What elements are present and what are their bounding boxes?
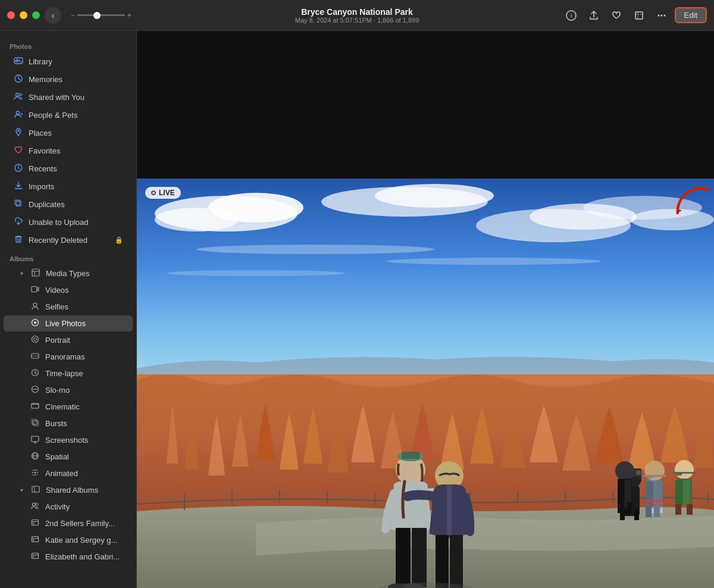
svg-point-11 [17,111,20,114]
recently-deleted-icon [13,234,24,246]
sellers-family-icon [30,518,40,528]
cinematic-icon [30,402,40,412]
svg-rect-33 [33,404,35,405]
sidebar-item-sellers-family[interactable]: 2nd Sellers Family... [4,515,133,531]
svg-rect-32 [32,404,33,405]
maximize-button[interactable] [32,11,40,19]
close-button[interactable] [7,11,15,19]
favorite-button[interactable] [607,6,626,25]
selfies-icon [30,302,40,312]
svg-point-30 [36,389,37,390]
sidebar-item-people-pets[interactable]: People & Pets [4,107,133,124]
expand-icon: ▾ [20,270,23,277]
sidebar-item-places[interactable]: Places [4,124,133,142]
svg-point-23 [34,338,37,341]
svg-point-65 [387,258,601,265]
sidebar-item-shared-albums[interactable]: ▾ Shared Albums [4,482,133,498]
sellers-family-label: 2nd Sellers Family... [45,519,123,528]
duplicates-label: Duplicates [29,200,123,209]
sidebar-item-recents[interactable]: Recents [4,160,133,177]
videos-icon [30,285,40,295]
sidebar-item-live-photos[interactable]: Live Photos [4,315,133,331]
sidebar-item-cinematic[interactable]: Cinematic [4,399,133,415]
sidebar-item-imports[interactable]: Imports [4,178,133,195]
sidebar-item-panoramas[interactable]: Panoramas [4,349,133,365]
svg-rect-100 [646,499,663,502]
media-types-label: Media Types [46,269,123,278]
svg-point-59 [375,184,494,208]
back-button[interactable]: ‹ [45,7,61,24]
svg-rect-116 [396,528,411,587]
svg-point-43 [32,472,33,473]
svg-rect-16 [16,237,21,242]
zoom-slider[interactable] [77,14,125,16]
svg-rect-117 [412,528,427,587]
svg-point-26 [35,372,36,373]
sidebar-item-screenshots[interactable]: Screenshots [4,432,133,448]
svg-rect-109 [618,502,622,513]
svg-rect-17 [32,269,39,276]
crop-button[interactable] [630,6,649,25]
duplicates-icon [13,199,24,210]
panoramas-icon [30,352,40,362]
titlebar-center: Bryce Canyon National Park May 8, 2024 a… [295,7,419,24]
svg-point-53 [33,556,35,558]
share-button[interactable] [584,6,603,25]
sidebar-item-activity[interactable]: Activity [4,499,133,515]
selfies-label: Selfies [45,302,123,311]
photo-svg [137,179,714,588]
sidebar-item-animated[interactable]: Animated [4,465,133,481]
live-photos-label: Live Photos [45,319,123,328]
svg-text:i: i [570,12,571,19]
live-photos-icon [30,318,40,329]
sidebar-item-spatial[interactable]: Spatial [4,449,133,465]
places-icon [13,127,24,139]
recents-icon [13,163,24,174]
sidebar-item-selfies[interactable]: Selfies [4,299,133,315]
live-badge-label: LIVE [159,189,175,197]
shared-albums-label: Shared Albums [46,486,123,495]
portrait-icon [30,335,40,345]
sidebar-item-unable-to-upload[interactable]: Unable to Upload [4,214,133,231]
svg-rect-121 [450,535,463,588]
shared-albums-icon [30,485,41,495]
more-button[interactable] [652,6,671,25]
katie-sergey-icon [30,535,40,545]
svg-point-3 [657,14,659,16]
unable-to-upload-label: Unable to Upload [29,218,123,227]
sidebar-item-library[interactable]: Library [4,53,133,70]
sidebar-item-memories[interactable]: Memories [4,71,133,88]
edit-button[interactable]: Edit [675,7,707,23]
titlebar-right: i Edit [562,6,707,25]
main-content: Photos Library Memories [0,31,714,588]
screenshots-icon [30,435,40,445]
lock-icon: 🔒 [115,236,123,244]
svg-point-21 [34,321,36,324]
favorites-icon [13,145,24,157]
sidebar-item-portrait[interactable]: Portrait [4,332,133,348]
elizabeth-gabri-icon [30,552,40,562]
sidebar-item-katie-sergey[interactable]: Katie and Sergey g... [4,532,133,548]
svg-rect-52 [32,553,39,559]
memories-label: Memories [29,75,123,84]
svg-rect-92 [675,504,681,515]
sidebar-item-bursts[interactable]: Bursts [4,415,133,431]
photo-container[interactable]: LIVE [137,179,714,588]
traffic-lights [7,11,40,19]
sidebar-item-duplicates[interactable]: Duplicates [4,196,133,213]
info-button[interactable]: i [562,6,581,25]
sidebar-item-recently-deleted[interactable]: Recently Deleted 🔒 [4,232,133,249]
sidebar-item-time-lapse[interactable]: Time-lapse [4,365,133,381]
minimize-button[interactable] [20,11,27,19]
svg-rect-36 [33,420,37,425]
recents-label: Recents [29,164,123,173]
svg-point-51 [33,539,35,541]
svg-point-5 [663,14,665,16]
sidebar-item-media-types[interactable]: ▾ Media Types [4,265,133,282]
sidebar-item-slo-mo[interactable]: Slo-mo [4,382,133,398]
svg-rect-110 [627,502,632,513]
sidebar-item-elizabeth-gabri[interactable]: Elizabeth and Gabri... [4,549,133,565]
sidebar-item-videos[interactable]: Videos [4,282,133,298]
sidebar-item-favorites[interactable]: Favorites [4,142,133,159]
sidebar-item-shared-with-you[interactable]: Shared with You [4,89,133,106]
